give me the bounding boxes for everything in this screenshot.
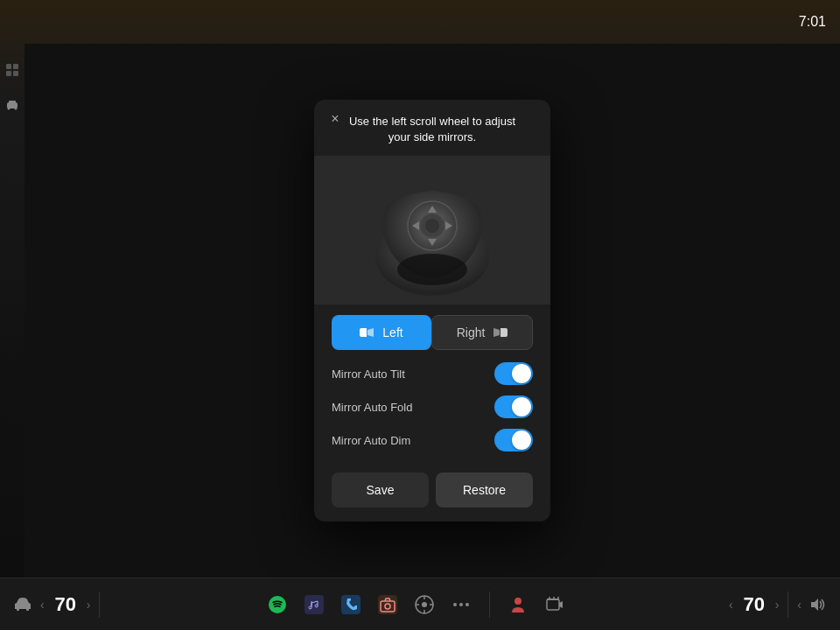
speed-value-right: 70 xyxy=(738,593,770,616)
svg-rect-15 xyxy=(341,595,360,614)
svg-rect-2 xyxy=(6,71,11,76)
auto-fold-toggle[interactable] xyxy=(494,396,533,418)
mirror-selector: Left Right xyxy=(332,315,533,350)
sidebar-icon-car[interactable] xyxy=(4,96,21,114)
svg-rect-5 xyxy=(9,101,16,104)
auto-dim-toggle[interactable] xyxy=(494,429,533,452)
restore-button[interactable]: Restore xyxy=(436,472,533,508)
svg-point-25 xyxy=(453,603,457,606)
svg-point-28 xyxy=(514,598,522,605)
sidebar-icon-1 xyxy=(4,61,21,79)
speed-control-left: ‹ 70 › xyxy=(40,593,90,616)
volume-control: ‹ xyxy=(797,592,830,617)
volume-down[interactable]: ‹ xyxy=(797,598,802,612)
speed-up-right[interactable]: › xyxy=(775,598,780,612)
svg-rect-0 xyxy=(6,64,11,69)
taskbar: ‹ 70 › xyxy=(0,578,840,630)
toggle-row-auto-dim: Mirror Auto Dim xyxy=(332,429,533,452)
auto-tilt-toggle[interactable] xyxy=(494,362,533,385)
svg-rect-14 xyxy=(304,595,324,614)
scroll-wheel-svg xyxy=(362,160,502,300)
close-button[interactable]: × xyxy=(325,108,346,130)
svg-point-12 xyxy=(397,254,467,285)
top-bar: 7:01 xyxy=(0,0,840,44)
divider-2 xyxy=(489,592,490,618)
toggle-section: Left Right Mirror Auto Tilt xyxy=(314,304,550,472)
svg-point-11 xyxy=(425,219,439,233)
svg-point-6 xyxy=(8,108,10,110)
camera-icon[interactable] xyxy=(375,592,400,617)
divider-3 xyxy=(788,592,788,618)
speed-control-right: ‹ 70 › xyxy=(729,593,779,616)
music-icon[interactable] xyxy=(302,592,326,617)
svg-rect-3 xyxy=(13,71,18,76)
mirror-right-button[interactable]: Right xyxy=(431,315,533,350)
clock: 7:01 xyxy=(799,14,826,30)
svg-point-26 xyxy=(459,603,463,606)
svg-point-7 xyxy=(15,108,18,110)
taskbar-icons xyxy=(108,592,724,618)
toggle-row-auto-tilt: Mirror Auto Tilt xyxy=(332,362,533,385)
toggle-row-auto-fold: Mirror Auto Fold xyxy=(332,396,533,418)
svg-point-13 xyxy=(269,596,286,613)
mirror-left-button[interactable]: Left xyxy=(332,315,431,350)
speed-value-left: 70 xyxy=(50,593,81,616)
nav-icon[interactable] xyxy=(412,592,437,617)
volume-icon[interactable] xyxy=(805,592,830,617)
action-buttons: Save Restore xyxy=(314,472,550,522)
more-icon[interactable] xyxy=(449,592,473,617)
svg-point-27 xyxy=(466,603,469,606)
modal-overlay: × Use the left scroll wheel to adjust yo… xyxy=(24,44,840,578)
left-sidebar xyxy=(0,44,24,578)
scroll-wheel-image xyxy=(314,156,550,304)
divider-1 xyxy=(99,592,100,618)
auto-dim-label: Mirror Auto Dim xyxy=(332,434,410,447)
svg-rect-1 xyxy=(13,64,18,69)
svg-rect-29 xyxy=(547,599,559,610)
speed-down-left[interactable]: ‹ xyxy=(40,598,45,612)
video-icon[interactable] xyxy=(542,592,567,617)
phone-icon[interactable] xyxy=(339,592,363,617)
svg-point-20 xyxy=(422,602,427,607)
mirror-settings-modal: × Use the left scroll wheel to adjust yo… xyxy=(314,100,550,522)
car-icon[interactable] xyxy=(10,592,35,617)
speed-down-right[interactable]: ‹ xyxy=(729,598,733,612)
auto-tilt-label: Mirror Auto Tilt xyxy=(332,368,405,381)
driver-icon[interactable] xyxy=(506,592,530,617)
modal-instruction: Use the left scroll wheel to adjust your… xyxy=(314,100,550,156)
save-button[interactable]: Save xyxy=(332,472,429,508)
spotify-icon[interactable] xyxy=(265,592,290,617)
speed-up-left[interactable]: › xyxy=(87,598,91,612)
main-area: × Use the left scroll wheel to adjust yo… xyxy=(24,44,840,578)
auto-fold-label: Mirror Auto Fold xyxy=(332,401,412,414)
